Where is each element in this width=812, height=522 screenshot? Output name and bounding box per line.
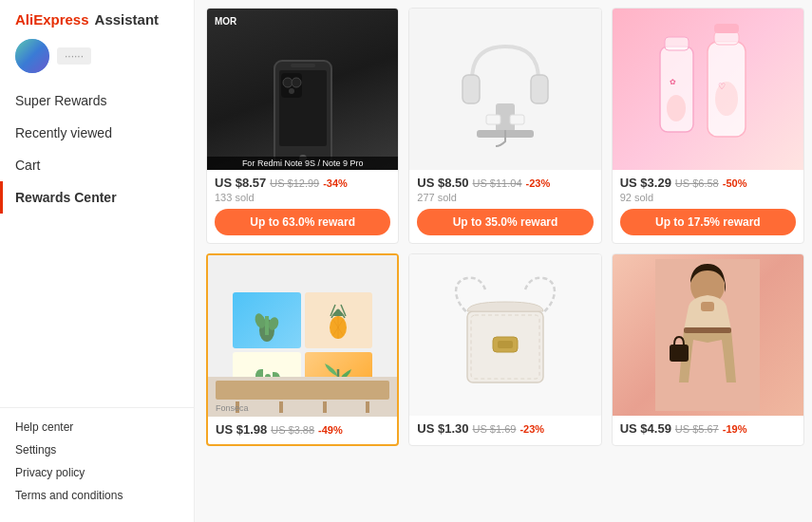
svg-rect-13 (510, 115, 524, 124)
table-leg-3 (323, 401, 327, 413)
sidebar-item-recently-viewed[interactable]: Recently viewed (0, 117, 194, 149)
sidebar-item-super-rewards[interactable]: Super Rewards (0, 84, 194, 117)
price-current-purse: US $1.30 (417, 421, 468, 436)
product-image-fashion (613, 254, 803, 416)
main-content: MOR For Redmi Note 9S / Note 9 Pro (195, 0, 812, 522)
art-cell-2 (305, 292, 372, 349)
art-cell-1 (233, 292, 300, 349)
avatar-image (15, 39, 49, 73)
headset-icon (448, 28, 562, 151)
avatar (15, 39, 49, 73)
bottle-visual: ✿ ♡ (613, 9, 803, 170)
price-current-art: US $1.98 (216, 422, 267, 437)
art-pineapple-icon (324, 297, 352, 345)
products-grid: MOR For Redmi Note 9S / Note 9 Pro (206, 8, 804, 446)
product-card-headset[interactable]: US $8.50 US $11.04 -23% 277 sold Up to 3… (408, 8, 601, 244)
help-center-link[interactable]: Help center (15, 416, 179, 438)
product-image-art: Fonseca (208, 255, 397, 417)
sidebar-item-cart[interactable]: Cart (0, 149, 194, 181)
svg-text:♡: ♡ (718, 82, 726, 91)
svg-rect-24 (265, 316, 269, 335)
svg-rect-19 (714, 31, 739, 45)
price-original-fashion: US $5.67 (675, 423, 719, 435)
price-row-headset: US $8.50 US $11.04 -23% (417, 176, 593, 190)
headset-visual (409, 9, 600, 170)
sold-count-headset: 277 sold (417, 192, 593, 203)
price-current-phone: US $8.57 (215, 176, 266, 190)
svg-rect-39 (684, 327, 731, 333)
cart-label: Cart (15, 158, 40, 173)
product-card-phone[interactable]: MOR For Redmi Note 9S / Note 9 Pro (206, 8, 399, 244)
table-leg-2 (279, 401, 283, 413)
svg-rect-20 (714, 24, 739, 33)
sidebar-footer: Help center Settings Privacy policy Term… (0, 407, 194, 522)
phone-icon (270, 56, 336, 170)
fashion-visual (613, 254, 803, 416)
price-original-purse: US $1.69 (473, 423, 517, 435)
bottle-icon: ✿ ♡ (646, 18, 769, 160)
discount-art: -49% (318, 424, 343, 436)
discount-purse: -23% (519, 423, 544, 435)
reward-button-phone[interactable]: Up to 63.0% reward (215, 209, 390, 235)
product-info-fashion: US $4.59 US $5.67 -19% (613, 416, 803, 443)
price-current-headset: US $8.50 (417, 176, 468, 190)
sidebar-title-assistant: Assistant (95, 11, 160, 28)
product-card-fashion[interactable]: US $4.59 US $5.67 -19% (612, 253, 804, 446)
product-info-bottle: US $3.29 US $6.58 -50% 92 sold Up to 17.… (613, 170, 803, 243)
svg-point-16 (667, 95, 686, 121)
product-info-phone: US $8.57 US $12.99 -34% 133 sold Up to 6… (207, 170, 398, 243)
svg-rect-15 (665, 37, 689, 50)
settings-link[interactable]: Settings (15, 438, 179, 461)
reward-button-bottle[interactable]: Up to 17.5% reward (620, 209, 796, 235)
fonseca-label: Fonseca (216, 403, 249, 413)
svg-rect-10 (463, 75, 480, 103)
rewards-center-label: Rewards Center (15, 190, 117, 205)
svg-rect-35 (498, 341, 513, 348)
product-info-purse: US $1.30 US $1.69 -23% (409, 416, 600, 443)
price-current-bottle: US $3.29 (620, 176, 671, 190)
price-original-headset: US $11.04 (473, 177, 522, 189)
phone-brand-label: MOR (215, 16, 236, 27)
phone-caption-label: For Redmi Note 9S / Note 9 Pro (207, 157, 398, 170)
phone-visual: MOR For Redmi Note 9S / Note 9 Pro (207, 9, 398, 170)
privacy-policy-link[interactable]: Privacy policy (15, 461, 179, 484)
product-card-purse[interactable]: US $1.30 US $1.69 -23% (408, 253, 601, 446)
table-surface (216, 381, 389, 400)
discount-bottle: -50% (723, 177, 747, 189)
sold-count-phone: 133 sold (215, 192, 390, 203)
discount-headset: -23% (526, 177, 551, 189)
product-card-bottle[interactable]: ✿ ♡ US $3.29 US $6.58 -50% (612, 8, 804, 244)
price-row-purse: US $1.30 US $1.69 -23% (417, 421, 593, 436)
price-original-bottle: US $6.58 (675, 177, 719, 189)
price-original-phone: US $12.99 (270, 177, 319, 189)
sidebar-header: AliExpress Assistant (0, 0, 194, 35)
sidebar-item-rewards-center[interactable]: Rewards Center (0, 181, 194, 214)
terms-link[interactable]: Terms and conditions (15, 484, 179, 507)
svg-rect-3 (291, 64, 315, 67)
username-label: ······ (57, 47, 91, 65)
art-visual: Fonseca (208, 255, 397, 417)
product-image-headset (409, 9, 600, 170)
discount-phone: -34% (323, 177, 348, 189)
sold-count-bottle: 92 sold (620, 192, 796, 203)
price-row-art: US $1.98 US $3.88 -49% (216, 422, 389, 437)
art-plant-icon (253, 297, 281, 345)
price-row-phone: US $8.57 US $12.99 -34% (215, 176, 390, 190)
table-leg-4 (366, 401, 369, 413)
reward-button-headset[interactable]: Up to 35.0% reward (417, 209, 593, 235)
purse-visual (409, 254, 600, 416)
product-info-headset: US $8.50 US $11.04 -23% 277 sold Up to 3… (409, 170, 600, 243)
product-image-purse (409, 254, 600, 416)
svg-rect-40 (701, 302, 714, 311)
svg-rect-11 (531, 75, 548, 103)
sidebar: AliExpress Assistant ······ Super Reward… (0, 0, 195, 522)
svg-text:✿: ✿ (670, 78, 676, 86)
nav-items: Super Rewards Recently viewed Cart Rewar… (0, 81, 194, 407)
fashion-person-icon (655, 259, 760, 411)
price-current-fashion: US $4.59 (620, 421, 671, 436)
svg-rect-12 (486, 115, 500, 124)
discount-fashion: -19% (723, 423, 747, 435)
product-card-art[interactable]: Fonseca US $1.98 US $3.88 -49% (206, 253, 399, 446)
super-rewards-label: Super Rewards (15, 93, 107, 108)
product-image-bottle: ✿ ♡ (613, 9, 803, 170)
